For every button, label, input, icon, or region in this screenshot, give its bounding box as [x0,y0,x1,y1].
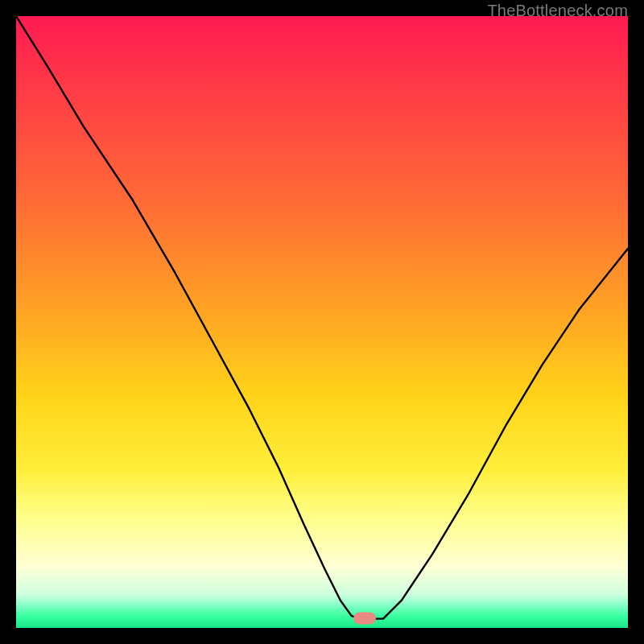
curve-line [16,16,628,619]
chart-frame: TheBottleneck.com [0,0,644,644]
plot-area [16,16,628,628]
watermark-text: TheBottleneck.com [487,2,628,20]
minimum-marker [353,612,376,624]
bottleneck-curve [16,16,628,628]
